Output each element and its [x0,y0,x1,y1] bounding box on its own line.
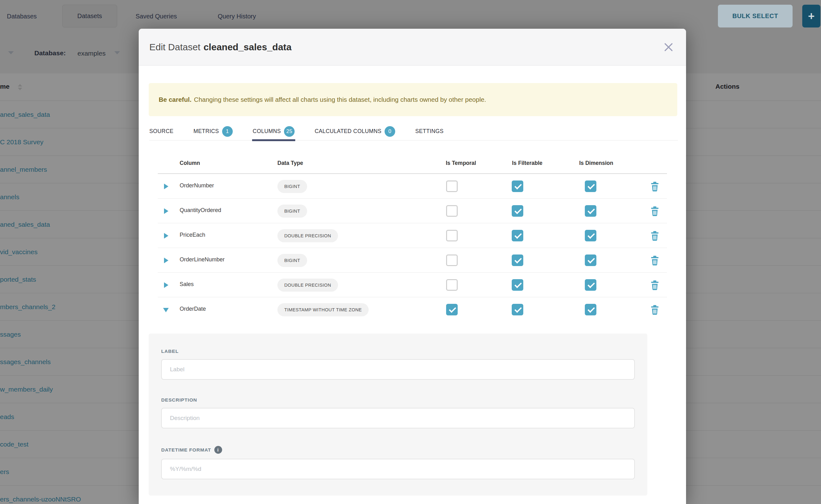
tab-source[interactable]: SOURCE [149,122,173,140]
is-temporal-checkbox[interactable] [446,254,458,266]
nav-tab-query-history[interactable]: Query History [218,0,256,32]
tab-count-badge: 1 [222,126,233,137]
is-dimension-checkbox[interactable] [585,304,596,315]
table-row: OrderLineNumber BIGINT [158,248,667,273]
label-field-label: LABEL [161,348,635,354]
table-row: OrderDate TIMESTAMP WITHOUT TIME ZONE [158,297,667,322]
modal-title: Edit Datasetcleaned_sales_data [149,42,291,52]
description-field-label: DESCRIPTION [161,397,635,403]
add-dataset-button[interactable]: + [802,5,820,27]
sort-icon[interactable] [18,84,22,90]
is-dimension-checkbox[interactable] [585,230,596,241]
is-dimension-checkbox[interactable] [585,279,596,291]
nav-tab-saved-queries[interactable]: Saved Queries [136,0,177,32]
is-temporal-checkbox[interactable] [446,279,458,291]
nav-tab-datasets-active[interactable]: Datasets [62,5,117,27]
dataset-link[interactable]: ers_channels-uzooNNtSRO [0,496,81,503]
nav-tab-databases[interactable]: Databases [7,0,37,32]
column-editor-panel: LABEL DESCRIPTION DATETIME FORMAT i [149,334,647,496]
delete-column-icon[interactable] [650,231,660,243]
chevron-down-icon[interactable] [114,51,120,54]
edit-dataset-modal: Edit Datasetcleaned_sales_data Be carefu… [139,29,686,504]
is-filterable-checkbox[interactable] [512,230,523,241]
is-filterable-checkbox[interactable] [512,279,523,291]
dataset-link[interactable]: annels [0,193,19,201]
is-filterable-checkbox[interactable] [512,254,523,266]
chevron-down-icon[interactable] [8,51,14,54]
datetime-format-field-label: DATETIME FORMAT i [161,446,635,454]
close-icon[interactable] [662,40,675,54]
dataset-link[interactable]: ssages [0,331,21,338]
dataset-link[interactable]: mbers_channels_2 [0,303,55,311]
delete-column-icon[interactable] [650,255,660,267]
data-type-badge: BIGINT [277,205,307,218]
dataset-link[interactable]: C 2018 Survey [0,138,43,146]
database-filter-value[interactable]: examples [77,50,106,57]
name-column-header: me [0,83,9,90]
tab-count-badge: 0 [384,126,395,137]
tab-label: SETTINGS [415,128,444,135]
is-temporal-checkbox[interactable] [446,205,458,217]
column-name: OrderDate [180,306,206,312]
delete-column-icon[interactable] [650,181,660,193]
label-field-group: LABEL [161,348,635,380]
dataset-link[interactable]: eads [0,413,14,421]
actions-column-header: Actions [715,83,739,90]
modal-header: Edit Datasetcleaned_sales_data [139,29,686,66]
tab-calculated-columns[interactable]: CALCULATED COLUMNS 0 [314,122,395,140]
expand-caret-icon[interactable] [164,184,168,189]
bulk-select-button[interactable]: BULK SELECT [718,5,793,27]
dataset-link[interactable]: annel_members [0,166,47,173]
is-dimension-checkbox[interactable] [585,180,596,192]
datetime-format-field-group: DATETIME FORMAT i [161,446,635,479]
delete-column-icon[interactable] [650,305,660,317]
expand-caret-icon[interactable] [163,308,169,312]
data-type-badge: DOUBLE PRECISION [277,279,338,292]
column-name: OrderLineNumber [180,256,225,263]
dataset-link[interactable]: aned_sales_data [0,111,50,118]
delete-column-icon[interactable] [650,206,660,218]
dataset-link[interactable]: vid_vaccines [0,248,37,256]
description-input[interactable] [161,408,635,428]
dataset-name: cleaned_sales_data [203,42,291,52]
dataset-link[interactable]: aned_sales_data [0,221,50,228]
modal-tabs: SOURCE METRICS 1 COLUMNS 25 CALCULATED C… [149,122,678,141]
dataset-link[interactable]: code_test [0,441,28,448]
tab-columns[interactable]: COLUMNS 25 [253,122,294,140]
page: DatabasesDatasetsSaved QueriesQuery Hist… [0,0,821,504]
is-dimension-checkbox[interactable] [585,254,596,266]
is-temporal-checkbox[interactable] [446,304,458,315]
is-temporal-checkbox[interactable] [446,230,458,241]
tab-settings[interactable]: SETTINGS [415,122,444,140]
expand-caret-icon[interactable] [164,233,168,239]
info-icon[interactable]: i [214,446,222,454]
warning-banner: Be careful.Changing these settings will … [149,83,677,116]
columns-table-header: Column Data Type Is Temporal Is Filterab… [158,156,667,174]
is-dimension-checkbox[interactable] [585,205,596,217]
tab-label: CALCULATED COLUMNS [314,128,381,135]
dataset-link[interactable]: ported_stats [0,276,36,283]
columns-table: OrderNumber BIGINT QuantityOrdered BIGIN… [158,174,667,322]
expand-caret-icon[interactable] [164,208,168,214]
tab-label: COLUMNS [253,128,281,135]
is-temporal-checkbox[interactable] [446,180,458,192]
dataset-link[interactable]: ers [0,468,9,476]
is-filterable-checkbox[interactable] [512,180,523,192]
dataset-link[interactable]: w_members_daily [0,386,53,393]
is-filterable-checkbox[interactable] [512,205,523,217]
tab-metrics[interactable]: METRICS 1 [193,122,233,140]
is-filterable-checkbox[interactable] [512,304,523,315]
column-name: PriceEach [180,232,205,238]
datetime-format-input[interactable] [161,459,635,479]
expand-caret-icon[interactable] [164,258,168,263]
column-name: Sales [180,281,194,288]
description-field-group: DESCRIPTION [161,397,635,428]
label-input[interactable] [161,359,635,380]
table-row: OrderNumber BIGINT [158,174,667,199]
tab-label: SOURCE [149,128,173,135]
expand-caret-icon[interactable] [164,282,168,288]
table-row: Sales DOUBLE PRECISION [158,273,667,297]
data-type-badge: DOUBLE PRECISION [277,229,338,242]
delete-column-icon[interactable] [650,280,660,292]
dataset-link[interactable]: ssages_channels [0,358,51,366]
